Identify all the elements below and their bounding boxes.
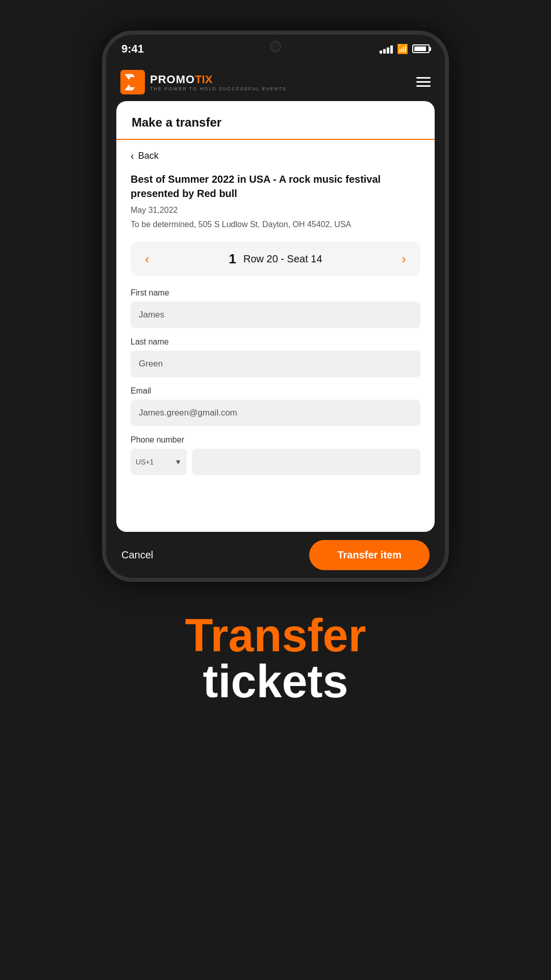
back-arrow-icon: ‹ xyxy=(131,150,134,162)
status-icons: 📶 xyxy=(380,43,430,55)
promotix-logo-icon xyxy=(120,70,145,94)
logo: PROMOTIX THE POWER TO HOLD SUCCESSFUL EV… xyxy=(120,70,287,94)
status-bar: 9:41 📶 xyxy=(106,35,445,63)
battery-icon xyxy=(412,44,430,53)
email-field-group: Email xyxy=(131,386,420,426)
card-header: Make a transfer xyxy=(116,101,435,140)
phone-screen: 9:41 📶 xyxy=(106,35,445,578)
bottom-bar: Cancel Transfer item xyxy=(106,532,445,578)
event-date: May 31,2022 xyxy=(131,206,420,215)
phone-field-group: Phone number US+1 ▼ xyxy=(131,435,420,475)
transfer-button[interactable]: Transfer item xyxy=(309,540,430,570)
country-select[interactable]: US+1 ▼ xyxy=(131,449,187,475)
back-button[interactable]: ‹ Back xyxy=(131,150,420,162)
first-name-field-group: First name xyxy=(131,288,420,328)
phone-row: US+1 ▼ xyxy=(131,449,420,475)
last-name-label: Last name xyxy=(131,337,420,347)
seat-selector: ‹ 1 Row 20 - Seat 14 › xyxy=(131,241,420,276)
card-title: Make a transfer xyxy=(132,115,221,129)
logo-text-highlight: TIX xyxy=(195,73,212,86)
logo-text-promo: PROMO xyxy=(150,73,195,86)
promo-text-block: Transfer tickets xyxy=(185,612,366,704)
email-input[interactable] xyxy=(131,400,420,426)
seat-info: 1 Row 20 - Seat 14 xyxy=(229,251,322,267)
back-label: Back xyxy=(138,151,159,161)
phone-label: Phone number xyxy=(131,435,420,445)
logo-text-block: PROMOTIX THE POWER TO HOLD SUCCESSFUL EV… xyxy=(150,73,287,91)
card-body: ‹ Back Best of Summer 2022 in USA - A ro… xyxy=(116,140,435,532)
dropdown-icon: ▼ xyxy=(174,458,182,466)
seat-number: 1 xyxy=(229,251,236,267)
event-title: Best of Summer 2022 in USA - A rock musi… xyxy=(131,172,420,201)
promo-line1: Transfer xyxy=(185,612,366,658)
last-name-input[interactable] xyxy=(131,351,420,377)
last-name-field-group: Last name xyxy=(131,337,420,377)
menu-button[interactable] xyxy=(416,77,431,87)
country-code: US+1 xyxy=(136,458,154,466)
navbar: PROMOTIX THE POWER TO HOLD SUCCESSFUL EV… xyxy=(106,63,445,101)
first-name-input[interactable] xyxy=(131,302,420,328)
prev-seat-button[interactable]: ‹ xyxy=(140,251,155,267)
event-venue: To be determined, 505 S Ludlow St, Dayto… xyxy=(131,219,420,230)
email-label: Email xyxy=(131,386,420,396)
next-seat-button[interactable]: › xyxy=(396,251,411,267)
wifi-icon: 📶 xyxy=(397,43,408,55)
seat-label: Row 20 - Seat 14 xyxy=(243,253,322,265)
signal-icon xyxy=(380,44,393,54)
logo-subtitle: THE POWER TO HOLD SUCCESSFUL EVENTS xyxy=(150,86,287,91)
cancel-button[interactable]: Cancel xyxy=(121,549,153,561)
promo-line2: tickets xyxy=(185,658,366,704)
transfer-card: Make a transfer ‹ Back Best of Summer 20… xyxy=(116,101,435,532)
phone-input[interactable] xyxy=(192,449,420,475)
screen-content: Make a transfer ‹ Back Best of Summer 20… xyxy=(106,101,445,578)
first-name-label: First name xyxy=(131,288,420,298)
page-wrapper: 9:41 📶 xyxy=(0,0,551,704)
phone-frame: 9:41 📶 xyxy=(102,31,449,582)
status-time: 9:41 xyxy=(121,42,144,56)
